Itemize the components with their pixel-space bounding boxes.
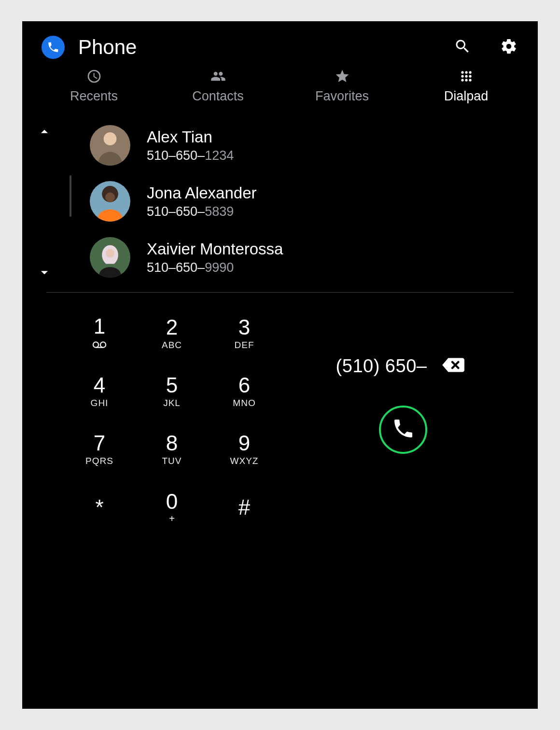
key-star[interactable]: * [66,481,133,534]
suggestion-row[interactable]: Xaivier Monterossa 510–650–9990 [22,229,538,285]
key-4[interactable]: 4 GHI [66,365,133,418]
people-icon [210,69,226,86]
key-digit: 3 [238,317,250,338]
key-3[interactable]: 3 DEF [210,307,278,360]
key-sub: MNO [233,398,255,408]
avatar [90,125,130,166]
svg-point-15 [106,249,114,257]
tab-label: Contacts [192,89,244,104]
suggestion-row[interactable]: Jona Alexander 510–650–5839 [22,173,538,229]
key-digit: 4 [94,375,105,396]
tab-bar: Recents Contacts Favorites Dialpad [22,64,538,113]
backspace-icon [441,355,465,377]
contact-number: 510–650–9990 [147,260,283,275]
svg-point-0 [461,71,463,73]
suggestion-text: Jona Alexander 510–650–5839 [147,184,257,219]
tab-dialpad[interactable]: Dialpad [404,69,528,104]
dialpad-area: 1 2 ABC 3 DEF 4 GHI 5 JKL 6 MNO [22,293,538,548]
key-2[interactable]: 2 ABC [138,307,206,360]
key-digit: 5 [166,375,178,396]
key-7[interactable]: 7 PQRS [66,423,133,476]
keypad: 1 2 ABC 3 DEF 4 GHI 5 JKL 6 MNO [66,307,278,534]
clock-icon [86,69,102,86]
tab-favorites[interactable]: Favorites [280,69,404,104]
phone-app-screen: Phone Recents Contacts [22,21,538,709]
entered-number-row: (510) 650– [288,355,518,377]
avatar [90,237,130,278]
svg-point-6 [461,79,463,81]
key-digit: 0 [166,491,178,512]
key-digit: 9 [238,433,250,454]
contact-name: Jona Alexander [147,184,257,202]
entered-number: (510) 650– [336,356,427,377]
phone-app-icon [42,36,65,59]
svg-point-3 [461,75,463,77]
contact-name: Xaivier Monterossa [147,240,283,258]
settings-button[interactable] [499,38,518,57]
tab-recents[interactable]: Recents [32,69,156,104]
app-header: Phone [22,21,538,64]
search-icon [454,38,471,57]
backspace-button[interactable] [441,355,465,377]
key-digit: 7 [94,433,105,454]
key-sub: ABC [162,340,182,351]
key-sub: PQRS [85,456,113,466]
suggestion-text: Alex Tian 510–650–1234 [147,128,234,163]
suggestion-list: Alex Tian 510–650–1234 Jona Alexander 51… [22,113,538,293]
gear-icon [500,38,518,57]
dialpad-icon [459,69,474,86]
svg-point-1 [465,71,467,73]
tab-contacts[interactable]: Contacts [156,69,280,104]
tab-label: Dialpad [444,89,489,104]
scroll-up-button[interactable] [35,123,54,142]
key-digit: 2 [166,317,178,338]
svg-point-4 [465,75,467,77]
tab-label: Recents [70,89,118,104]
tab-label: Favorites [315,89,369,104]
svg-point-8 [469,79,471,81]
contact-number: 510–650–5839 [147,204,257,219]
key-6[interactable]: 6 MNO [210,365,278,418]
svg-point-17 [100,342,106,347]
voicemail-icon [92,337,107,351]
svg-point-10 [104,132,117,145]
key-sub: TUV [162,456,182,466]
call-button[interactable] [379,406,427,454]
svg-point-2 [469,71,471,73]
key-sub: + [169,513,175,524]
key-digit: # [238,497,250,518]
scrollbar-thumb[interactable] [70,175,71,217]
star-icon [335,69,350,86]
avatar [90,181,130,222]
key-digit: 1 [94,316,105,337]
suggestion-row[interactable]: Alex Tian 510–650–1234 [22,117,538,173]
key-sub: DEF [235,340,254,351]
chevron-down-icon [36,264,53,282]
svg-point-5 [469,75,471,77]
key-digit: * [95,497,103,518]
key-8[interactable]: 8 TUV [138,423,206,476]
key-sub: WXYZ [230,456,259,466]
key-sub: GHI [91,398,109,408]
key-0[interactable]: 0 + [138,481,206,534]
divider [46,292,514,293]
scroll-down-button[interactable] [35,264,54,283]
key-hash[interactable]: # [210,481,278,534]
chevron-up-icon [36,124,53,142]
dial-right-pane: (510) 650– [288,307,518,454]
svg-point-13 [105,193,115,202]
key-sub: JKL [163,398,181,408]
key-9[interactable]: 9 WXYZ [210,423,278,476]
svg-point-16 [93,342,98,347]
search-button[interactable] [453,38,472,57]
contact-name: Alex Tian [147,128,234,146]
phone-icon [392,417,415,442]
key-digit: 8 [166,433,178,454]
contact-number: 510–650–1234 [147,148,234,163]
app-title: Phone [78,36,439,59]
key-digit: 6 [238,375,250,396]
svg-point-7 [465,79,467,81]
key-5[interactable]: 5 JKL [138,365,206,418]
suggestion-text: Xaivier Monterossa 510–650–9990 [147,240,283,275]
key-1[interactable]: 1 [66,307,133,360]
